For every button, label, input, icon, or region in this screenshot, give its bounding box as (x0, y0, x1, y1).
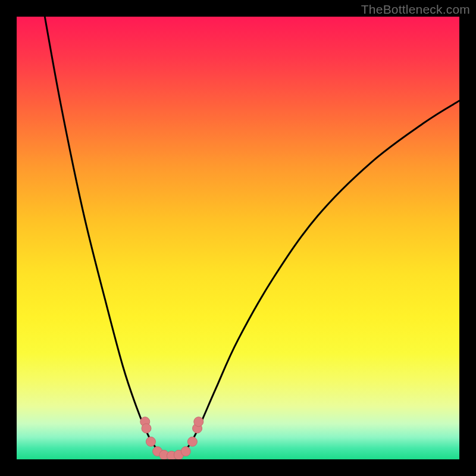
plot-area (17, 17, 459, 459)
bottleneck-curve-path (43, 17, 459, 456)
curve-markers (140, 417, 203, 459)
watermark-text: TheBottleneck.com (361, 2, 470, 17)
curve-marker-dot (146, 437, 155, 446)
outer-frame: TheBottleneck.com (0, 0, 476, 476)
curve-marker-dot (187, 437, 197, 446)
curve-marker-dot (142, 424, 151, 433)
bottleneck-curve-svg (17, 17, 459, 459)
curve-marker-dot (181, 447, 190, 456)
curve-marker-dot (194, 417, 203, 427)
